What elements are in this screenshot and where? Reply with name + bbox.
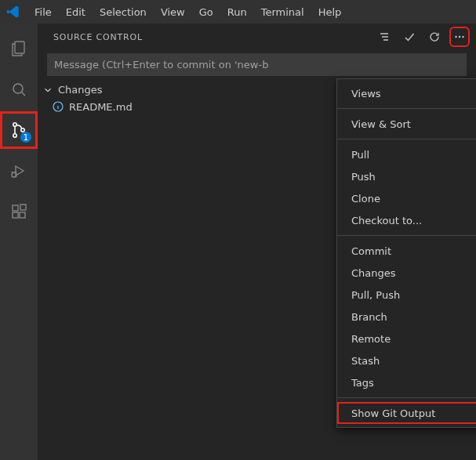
menu-selection[interactable]: Selection [93,3,153,21]
menu-terminal[interactable]: Terminal [255,3,311,21]
panel-actions [376,28,468,45]
menu-view[interactable]: View [154,3,191,21]
panel-header: SOURCE CONTROL [38,24,476,50]
svg-point-10 [455,36,456,38]
menu-help[interactable]: Help [312,3,348,21]
ctx-view-sort[interactable]: View & Sort › [337,113,476,135]
ctx-views[interactable]: Views › [337,82,476,104]
svg-point-2 [13,123,16,126]
ctx-checkout-to[interactable]: Checkout to... [337,209,476,231]
panel-title: SOURCE CONTROL [53,32,143,42]
separator [337,397,476,398]
svg-rect-9 [20,205,26,210]
more-actions-icon[interactable] [451,28,468,45]
ctx-show-git-output[interactable]: Show Git Output [337,402,476,424]
separator [337,139,476,139]
view-as-tree-icon[interactable] [376,28,393,45]
menubar: File Edit Selection View Go Run Terminal… [0,0,476,24]
ctx-pull-push[interactable]: Pull, Push › [337,284,476,306]
chevron-down-icon [42,85,53,96]
ctx-tags[interactable]: Tags › [337,371,476,393]
activity-search[interactable] [0,71,38,108]
svg-rect-8 [20,212,25,218]
separator [337,235,476,236]
menu-run[interactable]: Run [221,3,253,21]
commit-icon[interactable] [401,28,418,45]
commit-message-input[interactable]: Message (Ctrl+Enter to commit on 'new-b [47,53,467,76]
svg-rect-7 [13,212,18,218]
svg-point-12 [462,36,463,38]
activitybar: 1 [0,24,38,460]
ctx-changes[interactable]: Changes › [337,262,476,284]
ctx-stash[interactable]: Stash › [337,350,476,371]
activity-explorer[interactable] [0,30,38,67]
svg-point-11 [459,36,460,38]
activity-extensions[interactable] [0,193,38,230]
ctx-pull[interactable]: Pull [337,143,476,165]
activity-run-debug[interactable] [0,152,38,190]
scm-more-context-menu: Views › View & Sort › Pull Push Clone Ch… [336,78,476,428]
ctx-commit[interactable]: Commit › [337,240,476,262]
svg-point-1 [13,84,23,93]
ctx-remote[interactable]: Remote › [337,328,476,350]
menu-go[interactable]: Go [193,3,220,21]
vscode-logo-icon [6,5,20,19]
info-file-icon [52,100,64,113]
scm-badge: 1 [20,132,31,143]
refresh-icon[interactable] [426,28,443,45]
svg-point-3 [13,134,16,137]
menu-file[interactable]: File [28,3,58,21]
svg-rect-0 [15,42,24,53]
svg-rect-6 [13,205,18,211]
activity-source-control[interactable]: 1 [0,111,38,149]
ctx-branch[interactable]: Branch › [337,306,476,328]
ctx-push[interactable]: Push [337,165,476,187]
menu-edit[interactable]: Edit [60,3,92,21]
source-control-panel: SOURCE CONTROL Message (Ctrl [38,24,476,460]
separator [337,108,476,109]
ctx-clone[interactable]: Clone [337,187,476,209]
changes-label: Changes [58,84,103,96]
